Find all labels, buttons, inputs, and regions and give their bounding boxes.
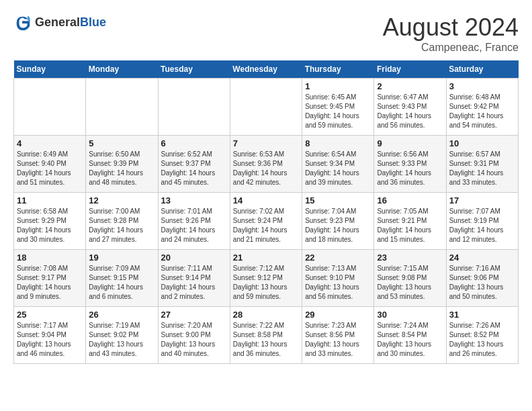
day-info: Sunrise: 6:52 AM Sunset: 9:37 PM Dayligh… [161,150,227,187]
calendar-cell: 15Sunrise: 7:04 AM Sunset: 9:23 PM Dayli… [302,193,374,250]
day-info: Sunrise: 6:45 AM Sunset: 9:45 PM Dayligh… [305,93,371,130]
day-info: Sunrise: 6:57 AM Sunset: 9:31 PM Dayligh… [449,150,515,187]
calendar-cell: 4Sunrise: 6:49 AM Sunset: 9:40 PM Daylig… [14,136,86,193]
day-number: 24 [449,253,515,263]
calendar-cell: 1Sunrise: 6:45 AM Sunset: 9:45 PM Daylig… [302,79,374,136]
calendar-week-row: 1Sunrise: 6:45 AM Sunset: 9:45 PM Daylig… [14,79,519,136]
day-number: 8 [305,138,371,148]
day-number: 9 [377,138,443,148]
day-number: 20 [161,253,227,263]
logo: GeneralBlue [13,13,106,32]
calendar-cell: 16Sunrise: 7:05 AM Sunset: 9:21 PM Dayli… [374,193,446,250]
calendar-cell: 30Sunrise: 7:24 AM Sunset: 8:54 PM Dayli… [374,307,446,364]
day-info: Sunrise: 7:16 AM Sunset: 9:06 PM Dayligh… [449,264,515,302]
day-info: Sunrise: 7:12 AM Sunset: 9:12 PM Dayligh… [233,264,299,302]
calendar-cell: 14Sunrise: 7:02 AM Sunset: 9:24 PM Dayli… [230,193,302,250]
day-info: Sunrise: 6:58 AM Sunset: 9:29 PM Dayligh… [17,207,83,244]
day-info: Sunrise: 7:01 AM Sunset: 9:26 PM Dayligh… [161,207,227,244]
day-number: 13 [161,195,227,205]
day-number: 28 [233,310,299,320]
calendar-cell: 9Sunrise: 6:56 AM Sunset: 9:33 PM Daylig… [374,136,446,193]
calendar-cell: 25Sunrise: 7:17 AM Sunset: 9:04 PM Dayli… [14,307,86,364]
calendar-cell: 10Sunrise: 6:57 AM Sunset: 9:31 PM Dayli… [446,136,518,193]
calendar-cell: 21Sunrise: 7:12 AM Sunset: 9:12 PM Dayli… [230,250,302,307]
calendar-cell: 26Sunrise: 7:19 AM Sunset: 9:02 PM Dayli… [86,307,158,364]
calendar-cell: 6Sunrise: 6:52 AM Sunset: 9:37 PM Daylig… [158,136,230,193]
day-info: Sunrise: 7:04 AM Sunset: 9:23 PM Dayligh… [305,207,371,244]
day-info: Sunrise: 6:54 AM Sunset: 9:34 PM Dayligh… [305,150,371,187]
day-number: 25 [17,310,83,320]
page-header: GeneralBlue August 2024 Campeneac, Franc… [13,13,519,54]
calendar-cell: 24Sunrise: 7:16 AM Sunset: 9:06 PM Dayli… [446,250,518,307]
calendar-cell: 18Sunrise: 7:08 AM Sunset: 9:17 PM Dayli… [14,250,86,307]
calendar-cell [86,79,158,136]
day-number: 10 [449,138,515,148]
day-number: 11 [17,195,83,205]
calendar-cell: 8Sunrise: 6:54 AM Sunset: 9:34 PM Daylig… [302,136,374,193]
day-info: Sunrise: 7:13 AM Sunset: 9:10 PM Dayligh… [305,264,371,302]
day-number: 21 [233,253,299,263]
calendar-week-row: 11Sunrise: 6:58 AM Sunset: 9:29 PM Dayli… [14,193,519,250]
day-info: Sunrise: 7:02 AM Sunset: 9:24 PM Dayligh… [233,207,299,244]
day-number: 31 [449,310,515,320]
day-info: Sunrise: 7:11 AM Sunset: 9:14 PM Dayligh… [161,264,227,302]
day-info: Sunrise: 7:05 AM Sunset: 9:21 PM Dayligh… [377,207,443,244]
col-header-wednesday: Wednesday [230,60,302,79]
calendar-header-row: SundayMondayTuesdayWednesdayThursdayFrid… [14,60,519,79]
day-number: 26 [89,310,154,320]
calendar-cell: 12Sunrise: 7:00 AM Sunset: 9:28 PM Dayli… [86,193,158,250]
day-info: Sunrise: 7:08 AM Sunset: 9:17 PM Dayligh… [17,264,83,302]
logo-text: GeneralBlue [35,16,106,30]
day-info: Sunrise: 6:56 AM Sunset: 9:33 PM Dayligh… [377,150,443,187]
col-header-friday: Friday [374,60,446,79]
day-info: Sunrise: 7:24 AM Sunset: 8:54 PM Dayligh… [377,321,443,359]
day-number: 30 [377,310,443,320]
day-number: 15 [305,195,371,205]
calendar-cell [14,79,86,136]
day-number: 2 [377,81,443,91]
calendar-week-row: 4Sunrise: 6:49 AM Sunset: 9:40 PM Daylig… [14,136,519,193]
col-header-tuesday: Tuesday [158,60,230,79]
calendar-cell: 11Sunrise: 6:58 AM Sunset: 9:29 PM Dayli… [14,193,86,250]
day-info: Sunrise: 7:07 AM Sunset: 9:19 PM Dayligh… [449,207,515,244]
calendar-table: SundayMondayTuesdayWednesdayThursdayFrid… [13,60,519,364]
day-number: 19 [89,253,154,263]
calendar-cell: 2Sunrise: 6:47 AM Sunset: 9:43 PM Daylig… [374,79,446,136]
col-header-monday: Monday [86,60,158,79]
day-info: Sunrise: 6:48 AM Sunset: 9:42 PM Dayligh… [449,93,515,130]
title-block: August 2024 Campeneac, France [383,13,519,54]
location-subtitle: Campeneac, France [383,42,519,54]
day-number: 18 [17,253,83,263]
calendar-cell: 27Sunrise: 7:20 AM Sunset: 9:00 PM Dayli… [158,307,230,364]
calendar-cell: 13Sunrise: 7:01 AM Sunset: 9:26 PM Dayli… [158,193,230,250]
calendar-cell: 20Sunrise: 7:11 AM Sunset: 9:14 PM Dayli… [158,250,230,307]
day-number: 4 [17,138,83,148]
day-info: Sunrise: 7:19 AM Sunset: 9:02 PM Dayligh… [89,321,154,359]
day-info: Sunrise: 7:17 AM Sunset: 9:04 PM Dayligh… [17,321,83,359]
day-number: 16 [377,195,443,205]
day-info: Sunrise: 7:26 AM Sunset: 8:52 PM Dayligh… [449,321,515,359]
day-number: 23 [377,253,443,263]
calendar-cell [230,79,302,136]
logo-icon [13,13,32,32]
day-info: Sunrise: 7:22 AM Sunset: 8:58 PM Dayligh… [233,321,299,359]
day-number: 7 [233,138,299,148]
calendar-cell: 31Sunrise: 7:26 AM Sunset: 8:52 PM Dayli… [446,307,518,364]
day-info: Sunrise: 6:47 AM Sunset: 9:43 PM Dayligh… [377,93,443,130]
day-number: 17 [449,195,515,205]
col-header-sunday: Sunday [14,60,86,79]
calendar-week-row: 18Sunrise: 7:08 AM Sunset: 9:17 PM Dayli… [14,250,519,307]
calendar-cell: 3Sunrise: 6:48 AM Sunset: 9:42 PM Daylig… [446,79,518,136]
day-number: 1 [305,81,371,91]
day-number: 6 [161,138,227,148]
day-number: 14 [233,195,299,205]
day-info: Sunrise: 7:20 AM Sunset: 9:00 PM Dayligh… [161,321,227,359]
day-info: Sunrise: 7:23 AM Sunset: 8:56 PM Dayligh… [305,321,371,359]
col-header-saturday: Saturday [446,60,518,79]
day-info: Sunrise: 7:09 AM Sunset: 9:15 PM Dayligh… [89,264,154,302]
day-info: Sunrise: 7:15 AM Sunset: 9:08 PM Dayligh… [377,264,443,302]
day-number: 3 [449,81,515,91]
day-number: 12 [89,195,154,205]
calendar-cell [158,79,230,136]
calendar-cell: 7Sunrise: 6:53 AM Sunset: 9:36 PM Daylig… [230,136,302,193]
